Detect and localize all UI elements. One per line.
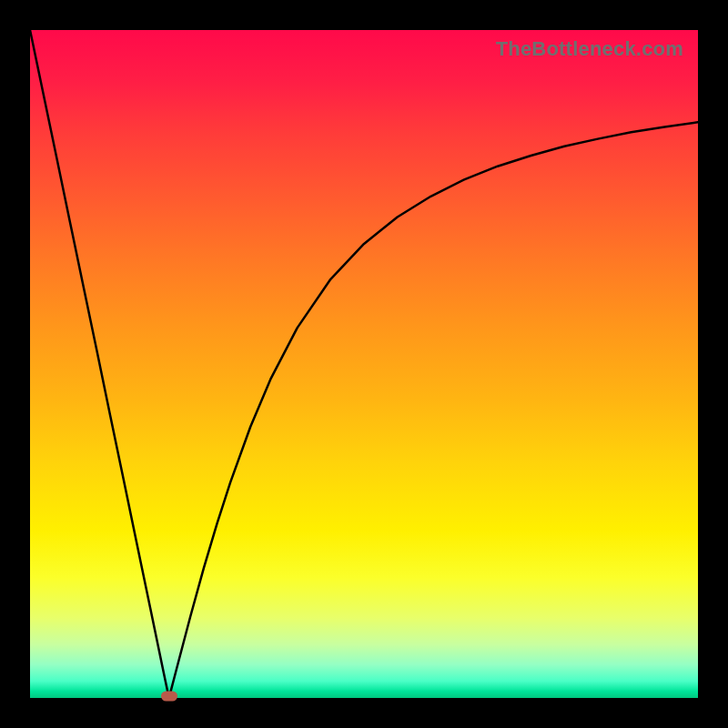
bottleneck-curve — [30, 30, 698, 698]
gradient-plot-area: TheBottleneck.com — [30, 30, 698, 698]
curve-path — [30, 30, 698, 698]
chart-frame: TheBottleneck.com — [0, 0, 728, 728]
valley-marker-icon — [161, 692, 177, 702]
